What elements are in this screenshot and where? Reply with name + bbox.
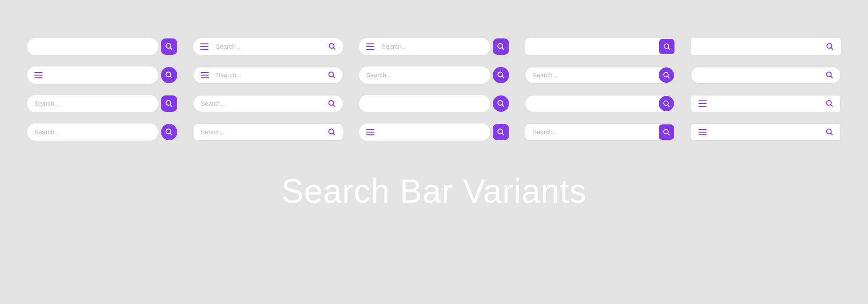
- svg-point-22: [329, 100, 334, 105]
- svg-point-0: [166, 43, 171, 48]
- search-input[interactable]: [359, 95, 490, 112]
- search-bar: [193, 66, 343, 84]
- svg-point-38: [826, 129, 831, 134]
- svg-line-37: [667, 133, 669, 135]
- search-button[interactable]: [324, 124, 340, 140]
- search-input[interactable]: [359, 66, 490, 84]
- search-button[interactable]: [324, 95, 340, 112]
- search-input[interactable]: [193, 124, 324, 140]
- search-input[interactable]: [525, 124, 658, 140]
- search-bar: [193, 124, 343, 141]
- search-input[interactable]: [27, 124, 158, 141]
- search-input[interactable]: [707, 124, 821, 140]
- search-icon: [328, 100, 336, 108]
- search-input[interactable]: [707, 95, 821, 112]
- svg-point-16: [664, 72, 668, 77]
- search-bar: [359, 124, 490, 141]
- search-button[interactable]: [161, 124, 177, 140]
- search-input[interactable]: [691, 38, 822, 55]
- svg-point-28: [826, 100, 831, 105]
- search-button[interactable]: [821, 124, 838, 140]
- search-button[interactable]: [659, 67, 674, 83]
- search-button[interactable]: [493, 67, 509, 83]
- search-button[interactable]: [822, 38, 838, 55]
- search-input[interactable]: [525, 67, 658, 83]
- search-bar: [525, 124, 675, 141]
- search-input[interactable]: [193, 95, 324, 112]
- search-icon: [165, 100, 173, 108]
- search-bar: [691, 95, 841, 112]
- search-input[interactable]: [42, 66, 158, 84]
- search-button[interactable]: [324, 38, 340, 55]
- search-input[interactable]: [27, 38, 158, 55]
- menu-icon[interactable]: [698, 100, 707, 107]
- search-button[interactable]: [161, 95, 177, 112]
- search-icon: [165, 43, 173, 51]
- search-button[interactable]: [161, 67, 177, 83]
- svg-line-21: [170, 104, 172, 107]
- svg-point-26: [664, 101, 668, 105]
- search-button[interactable]: [493, 38, 509, 55]
- svg-point-8: [827, 43, 832, 48]
- search-button[interactable]: [659, 39, 675, 54]
- menu-icon[interactable]: [201, 72, 209, 78]
- search-bar-variant: [193, 95, 343, 112]
- menu-icon[interactable]: [366, 129, 374, 135]
- search-icon: [328, 71, 336, 79]
- search-button[interactable]: [161, 38, 177, 55]
- svg-line-15: [502, 76, 504, 78]
- svg-line-7: [668, 48, 670, 49]
- search-input[interactable]: [525, 38, 659, 55]
- search-input[interactable]: [208, 38, 324, 55]
- search-button[interactable]: [324, 67, 340, 83]
- search-button[interactable]: [659, 96, 674, 111]
- svg-line-23: [333, 104, 335, 107]
- search-icon: [497, 43, 505, 51]
- search-input[interactable]: [209, 67, 324, 83]
- search-icon: [663, 128, 670, 136]
- search-bar: [27, 66, 158, 84]
- search-input[interactable]: [691, 67, 821, 83]
- page-title: Search Bar Variants: [0, 172, 868, 210]
- search-input[interactable]: [374, 124, 490, 141]
- search-input[interactable]: [27, 95, 158, 112]
- svg-point-12: [329, 72, 334, 77]
- search-button[interactable]: [493, 124, 509, 140]
- search-button[interactable]: [493, 95, 509, 112]
- search-bar: [525, 95, 675, 112]
- menu-icon[interactable]: [366, 43, 374, 50]
- svg-line-19: [830, 76, 833, 78]
- search-icon: [497, 100, 505, 108]
- search-bar: [193, 95, 343, 112]
- search-icon: [663, 100, 670, 108]
- search-input[interactable]: [374, 38, 490, 55]
- svg-point-18: [826, 72, 831, 77]
- search-icon: [826, 100, 834, 108]
- menu-icon[interactable]: [698, 129, 707, 135]
- search-bar-variant: [691, 66, 841, 84]
- search-icon: [328, 128, 336, 136]
- svg-line-1: [170, 48, 172, 50]
- search-bar-variant: [525, 124, 675, 141]
- search-input[interactable]: [525, 95, 658, 112]
- search-bar: [525, 66, 675, 84]
- svg-point-30: [166, 129, 171, 134]
- menu-icon[interactable]: [34, 72, 42, 78]
- search-bar-variant: [27, 95, 177, 112]
- menu-icon[interactable]: [200, 43, 208, 50]
- search-bar-variant: [359, 124, 509, 141]
- search-bar-variant: [193, 66, 343, 84]
- svg-point-36: [664, 129, 668, 134]
- search-icon: [663, 71, 670, 79]
- svg-line-3: [333, 48, 335, 50]
- search-bar-variant: [525, 66, 675, 84]
- search-button[interactable]: [821, 95, 838, 112]
- search-icon: [826, 43, 834, 51]
- search-icon: [663, 43, 671, 51]
- search-button[interactable]: [821, 67, 838, 83]
- search-bar-variant: [691, 124, 841, 141]
- search-bar-variant: [27, 124, 177, 141]
- search-button[interactable]: [659, 124, 674, 140]
- svg-point-24: [498, 100, 503, 105]
- svg-point-10: [166, 72, 171, 77]
